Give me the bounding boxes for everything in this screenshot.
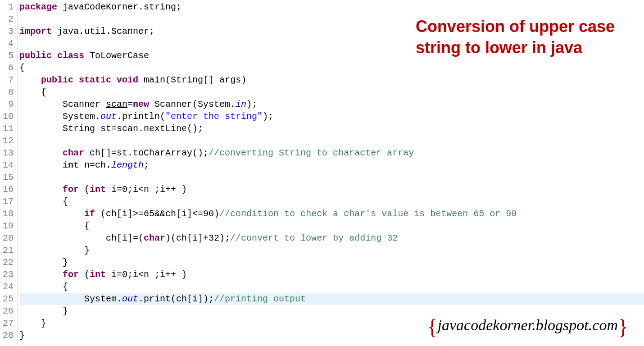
line-number-gutter: 1 2 3 4 5 6 7 8 9 10 11 12 13 14 15 16 1… [0,0,18,346]
text-cursor [306,294,306,304]
line-number: 6 [1,62,14,74]
code-editor: 1 2 3 4 5 6 7 8 9 10 11 12 13 14 15 16 1… [0,0,644,346]
line-number: 21 [1,244,14,256]
line-number: 13 [1,147,14,159]
line-number: 25 [1,293,14,305]
line-number: 8 [1,86,14,98]
line-number: 10 [1,110,14,123]
line-number: 4 [1,37,14,50]
code-line: { [19,86,644,98]
line-number: 27 [1,317,14,329]
code-line: Scanner scan=new Scanner(System.in); [19,98,644,110]
code-line: for (int i=0;i<n ;i++ ) [19,183,644,196]
line-number: 20 [1,232,14,244]
code-line: { [19,281,644,293]
watermark: {javacodekorner.blogspot.com} [427,314,628,339]
code-line: { [19,196,644,208]
code-line: int n=ch.length; [19,159,644,171]
line-number: 24 [1,281,14,293]
line-number: 16 [1,183,14,196]
line-number: 11 [1,123,14,135]
code-line [19,135,644,147]
line-number: 3 [1,25,14,37]
line-number: 17 [1,196,14,208]
code-line [19,171,644,183]
line-number: 9 [1,98,14,110]
line-number: 28 [1,329,14,341]
line-number: 26 [1,305,14,317]
code-line: public static void main(String[] args) [19,74,644,86]
title-overlay: Conversion of upper case string to lower… [416,16,615,59]
code-line: for (int i=0;i<n ;i++ ) [19,269,644,281]
line-number: 7 [1,74,14,86]
code-line: char ch[]=st.toCharArray();//converting … [19,147,644,159]
code-content[interactable]: package javaCodeKorner.string; import ja… [18,0,644,346]
code-line: } [19,256,644,269]
code-line: package javaCodeKorner.string; [19,1,644,13]
line-number: 23 [1,269,14,281]
code-line: { [19,62,644,74]
code-line: String st=scan.nextLine(); [19,123,644,135]
line-number: 5 [1,50,14,62]
line-number: 2 [1,13,14,25]
code-line: System.out.println("enter the string"); [19,110,644,123]
line-number: 22 [1,256,14,269]
line-number: 19 [1,220,14,232]
line-number: 12 [1,135,14,147]
line-number: 14 [1,159,14,171]
code-line: ch[i]=(char)(ch[i]+32);//convert to lowe… [19,232,644,244]
line-number: 1 [1,1,14,13]
line-number: 18 [1,208,14,220]
code-line: } [19,244,644,256]
code-line: { [19,220,644,232]
line-number: 15 [1,171,14,183]
code-line-current: System.out.print(ch[i]);//printing outpu… [19,293,644,305]
code-line: if (ch[i]>=65&&ch[i]<=90)//condition to … [19,208,644,220]
